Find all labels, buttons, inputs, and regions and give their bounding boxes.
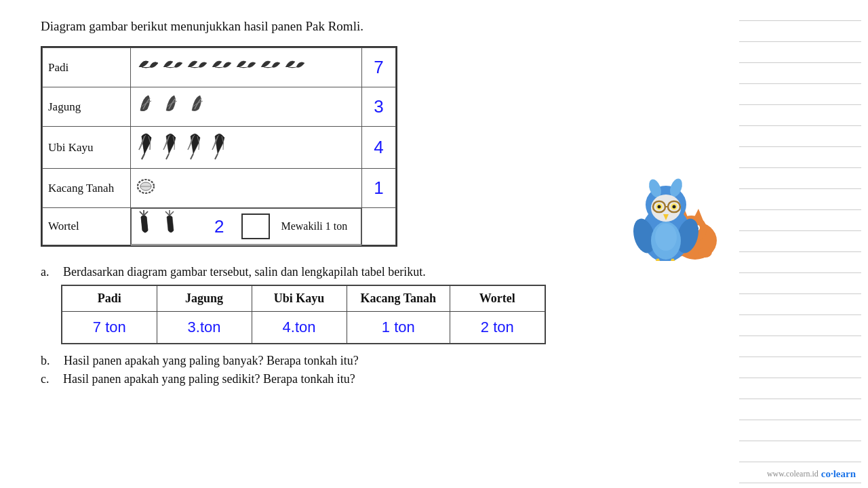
- table-row: Padi: [43, 48, 396, 87]
- colearn-brand: co·learn: [821, 468, 856, 480]
- svg-point-21: [658, 205, 661, 209]
- section-c-marker: c.: [41, 372, 50, 386]
- row-label-padi: Padi: [43, 48, 131, 87]
- legend-text: Mewakili 1 ton: [281, 220, 347, 232]
- legend-box: [241, 214, 270, 239]
- svg-point-10: [698, 247, 712, 258]
- section-c: c. Hasil panen apakah yang paling sediki…: [41, 372, 705, 386]
- section-a: a. Berdasarkan diagram gambar tersebut, …: [41, 265, 705, 344]
- table-row: Jagung 3: [43, 87, 396, 127]
- value-ubikayu: 4.ton: [252, 311, 347, 344]
- section-c-text: Hasil panen apakah yang paling sedikit? …: [63, 372, 355, 386]
- answer-table: Padi Jagung Ubi Kayu Kacang Tanah Wortel…: [61, 285, 546, 344]
- diagram-table: Padi: [42, 47, 396, 245]
- jagung-icons: [131, 87, 362, 127]
- section-a-marker: a.: [41, 265, 50, 279]
- header-wortel: Wortel: [450, 285, 545, 312]
- row-label-kacangtanah: Kacang Tanah: [43, 169, 131, 208]
- wortel-icons: 2 Mewakili 1 ton: [131, 208, 361, 245]
- header-jagung: Jagung: [157, 285, 252, 312]
- table-row: Wortel 2: [43, 208, 396, 245]
- row-label-wortel: Wortel: [43, 208, 131, 245]
- diagram-container: Padi: [41, 46, 397, 247]
- value-jagung: 3.ton: [157, 311, 252, 344]
- row-label-ubikayu: Ubi Kayu: [43, 127, 131, 169]
- colearn-logo: www.colearn.id co·learn: [767, 468, 856, 480]
- wortel-count-cell: [362, 208, 396, 245]
- title: Diagram gambar berikut menunjukkan hasil…: [41, 19, 705, 34]
- value-padi: 7 ton: [62, 311, 157, 344]
- lined-background: [732, 0, 868, 488]
- header-kacangtanah: Kacang Tanah: [347, 285, 450, 312]
- section-b: b. Hasil panen apakah yang paling banyak…: [41, 354, 705, 368]
- padi-count: 7: [362, 48, 396, 87]
- ubikayu-count: 4: [362, 127, 396, 169]
- table-row: Ubi Kayu: [43, 127, 396, 169]
- answer-table-header-row: Padi Jagung Ubi Kayu Kacang Tanah Wortel: [62, 285, 545, 312]
- ubikayu-icons: [131, 127, 362, 169]
- value-wortel: 2 ton: [450, 311, 545, 344]
- kacangtanah-count: 1: [362, 169, 396, 208]
- section-b-text: Hasil panen apakah yang paling banyak? B…: [64, 354, 359, 367]
- section-b-marker: b.: [41, 354, 50, 367]
- kacangtanah-icons: [131, 169, 362, 208]
- padi-icons: [131, 48, 362, 87]
- header-ubikayu: Ubi Kayu: [252, 285, 347, 312]
- svg-point-33: [655, 224, 677, 251]
- section-a-instruction: Berdasarkan diagram gambar tersebut, sal…: [63, 265, 426, 279]
- owl-cat-illustration: [631, 156, 719, 258]
- jagung-count: 3: [362, 87, 396, 127]
- colearn-site: www.colearn.id: [767, 469, 818, 479]
- value-kacangtanah: 1 ton: [347, 311, 450, 344]
- section-bc: b. Hasil panen apakah yang paling banyak…: [41, 354, 705, 386]
- answer-table-data-row: 7 ton 3.ton 4.ton 1 ton 2 ton: [62, 311, 545, 344]
- header-padi: Padi: [62, 285, 157, 312]
- row-label-jagung: Jagung: [43, 87, 131, 127]
- section-a-label: a. Berdasarkan diagram gambar tersebut, …: [41, 265, 705, 279]
- table-row: Kacang Tanah 1: [43, 169, 396, 208]
- svg-point-22: [673, 205, 676, 209]
- legend-area: Mewakili 1 ton: [241, 214, 347, 239]
- wortel-count: 2: [214, 216, 224, 237]
